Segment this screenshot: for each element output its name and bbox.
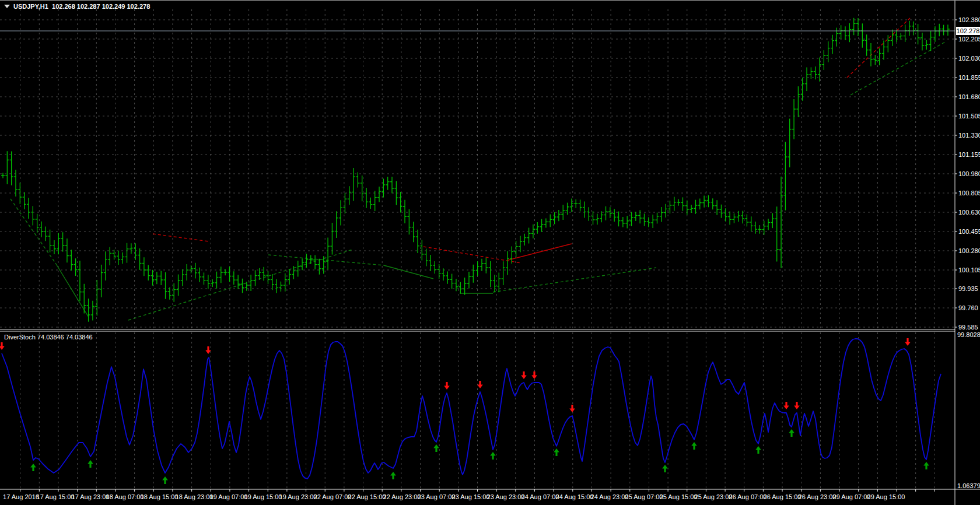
time-axis-label: 29 Aug 07:00	[833, 493, 871, 500]
price-axis-label: 99.760	[958, 304, 978, 311]
sell-signal-arrow-icon	[783, 402, 789, 409]
indicator-axis-max: 99.80284	[957, 331, 980, 338]
buy-signal-arrow-icon	[755, 446, 761, 454]
price-axis-label: 100.630	[958, 209, 980, 216]
price-axis-label: 101.505	[958, 113, 980, 120]
trend-line-green	[55, 263, 89, 317]
sell-signal-arrow-icon	[444, 382, 450, 390]
trend-line-green	[850, 41, 946, 95]
trend-line-red	[847, 18, 910, 78]
time-axis-label: 25 Aug 23:00	[695, 493, 733, 500]
time-axis-label: 18 Aug 15:00	[141, 493, 178, 500]
price-axis-label: 101.680	[958, 93, 980, 100]
time-axis-label: 26 Aug 07:00	[729, 493, 767, 500]
time-axis-label: 17 Aug 23:00	[72, 493, 110, 500]
time-axis-label: 29 Aug 15:00	[867, 493, 905, 500]
price-axis-label: 100.280	[958, 247, 980, 254]
price-axis-label: 100.105	[958, 266, 980, 273]
sell-signal-arrow-icon	[205, 346, 211, 354]
time-axis-label: 17 Aug 2016	[3, 493, 39, 500]
price-bars[interactable]	[1, 18, 950, 322]
time-axis-label: 26 Aug 15:00	[764, 493, 802, 500]
sell-signal-arrow-icon	[521, 371, 527, 379]
sell-signal-arrow-icon	[569, 405, 575, 412]
trend-line-red	[424, 247, 521, 263]
indicator-axis-min: 1.06379	[957, 482, 980, 489]
chart-title: USDJPY,H1 102.268 102.287 102.249 102.27…	[4, 3, 150, 10]
sell-signal-arrow-icon	[477, 381, 483, 388]
time-axis-label: 19 Aug 07:00	[210, 493, 248, 500]
buy-signal-arrow-icon	[691, 442, 697, 450]
price-axis-label: 102.205	[958, 36, 980, 43]
buy-signal-arrow-icon	[789, 429, 794, 437]
time-axis-label: 23 Aug 23:00	[487, 493, 525, 500]
price-axis-label: 99.585	[958, 324, 978, 331]
buy-signal-arrow-icon	[88, 460, 93, 468]
time-axis-label: 22 Aug 23:00	[383, 493, 421, 500]
chart-title-text: USDJPY,H1 102.268 102.287 102.249 102.27…	[13, 3, 150, 10]
time-axis-label: 18 Aug 07:00	[106, 493, 144, 500]
time-axis-label: 18 Aug 23:00	[176, 493, 214, 500]
time-axis-label: 17 Aug 15:00	[37, 493, 75, 500]
buy-signal-arrow-icon	[162, 476, 168, 484]
sell-signal-arrow-icon	[905, 338, 911, 346]
price-axis-label: 101.330	[958, 132, 980, 139]
buy-signal-arrow-icon	[554, 448, 559, 456]
time-axis-label: 23 Aug 15:00	[452, 493, 490, 500]
time-axis-label: 22 Aug 07:00	[314, 493, 352, 500]
time-axis-label: 22 Aug 15:00	[348, 493, 386, 500]
sell-signal-arrow-icon	[0, 342, 5, 350]
time-axis-label: 24 Aug 23:00	[591, 493, 629, 500]
price-axis-label: 99.935	[958, 285, 978, 292]
time-axis-label: 19 Aug 15:00	[244, 493, 282, 500]
price-axis-label: 102.380	[958, 16, 980, 23]
buy-signal-arrow-icon	[390, 472, 396, 479]
time-axis-label: 19 Aug 23:00	[279, 493, 317, 500]
indicator-line	[2, 339, 941, 479]
price-axis-label: 100.980	[958, 170, 980, 177]
time-axis-label: 24 Aug 07:00	[522, 493, 559, 500]
buy-signal-arrow-icon	[433, 444, 439, 452]
price-axis-label: 101.855	[958, 74, 980, 81]
buy-signal-arrow-icon	[30, 464, 36, 471]
buy-signal-arrow-icon	[490, 452, 496, 460]
price-chart-svg[interactable]	[0, 1, 980, 505]
buy-signal-arrow-icon	[923, 462, 929, 469]
trend-line-green	[128, 250, 352, 320]
time-axis-label: 26 Aug 23:00	[799, 493, 836, 500]
buy-signal-arrow-icon	[662, 465, 668, 472]
current-price-tag: 102.278	[956, 27, 980, 35]
chart-collapse-icon[interactable]	[4, 5, 10, 8]
indicator-title: DiverStoch 74.03846 74.03846	[4, 334, 93, 341]
trend-line-green	[268, 255, 384, 265]
time-axis-label: 25 Aug 15:00	[660, 493, 698, 500]
trend-line-green	[384, 265, 433, 279]
sell-signal-arrow-icon	[531, 371, 537, 379]
time-axis-label: 24 Aug 15:00	[556, 493, 594, 500]
price-axis-label: 101.155	[958, 151, 980, 158]
price-axis-label: 100.805	[958, 190, 980, 197]
time-axis-label: 23 Aug 07:00	[418, 493, 456, 500]
chart-window: USDJPY,H1 102.268 102.287 102.249 102.27…	[0, 0, 980, 505]
time-axis-label: 25 Aug 07:00	[625, 493, 663, 500]
trend-line-red	[153, 234, 209, 241]
sell-signal-arrow-icon	[794, 402, 800, 409]
price-axis-label: 100.455	[958, 228, 980, 235]
price-axis-label: 102.030	[958, 55, 980, 62]
